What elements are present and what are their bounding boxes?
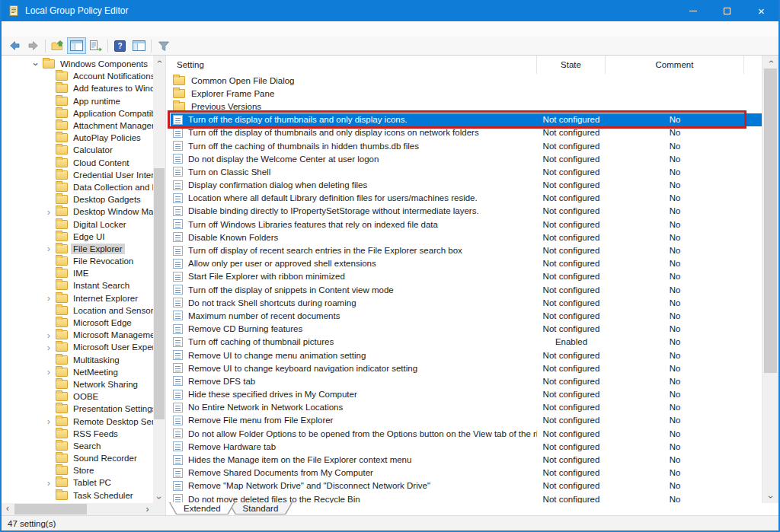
scroll-left-icon[interactable] [2, 503, 13, 515]
tree-item[interactable]: IME [2, 267, 153, 279]
list-vertical-scrollbar[interactable] [762, 56, 778, 503]
tree-item[interactable]: Windows Components [2, 58, 153, 70]
chevron-icon[interactable] [43, 330, 54, 341]
settings-row[interactable]: Turn off display of recent search entrie… [171, 244, 762, 256]
tree-item[interactable]: App runtime [2, 95, 153, 107]
settings-row[interactable]: Remove CD Burning features Not configure… [171, 323, 762, 336]
settings-row[interactable]: Common Open File Dialog [171, 74, 762, 87]
tree-item[interactable]: RSS Feeds [2, 428, 153, 440]
chevron-icon[interactable] [43, 206, 54, 218]
menu-item[interactable] [19, 27, 33, 30]
scroll-right-icon[interactable] [142, 503, 153, 515]
forward-button[interactable] [24, 37, 43, 54]
tree-scrollbar-thumb[interactable] [154, 168, 165, 419]
tree-item[interactable]: File Explorer [2, 243, 153, 255]
close-button[interactable]: × [744, 0, 778, 21]
tree-item[interactable]: Microsoft Edge [2, 317, 153, 329]
back-button[interactable] [5, 37, 24, 54]
settings-row[interactable]: Display confirmation dialog when deletin… [171, 179, 762, 192]
tree-vertical-scrollbar[interactable] [153, 56, 165, 503]
settings-row[interactable]: Remove Hardware tab Not configured No [171, 440, 762, 453]
settings-row[interactable]: Location where all default Library defin… [171, 192, 762, 205]
settings-row[interactable]: Explorer Frame Pane [171, 87, 762, 100]
chevron-icon[interactable] [43, 243, 54, 254]
settings-row[interactable]: Remove File menu from File Explorer Not … [171, 414, 762, 427]
tree-item[interactable]: Account Notifications [2, 70, 153, 82]
settings-row[interactable]: Turn off caching of thumbnail pictures E… [171, 336, 762, 349]
tree-item[interactable]: Credential User Interfa [2, 169, 153, 181]
export-list-button[interactable] [86, 37, 105, 54]
settings-row[interactable]: Do not allow Folder Options to be opened… [171, 427, 762, 440]
show-console-tree-button[interactable] [67, 37, 86, 54]
chevron-icon[interactable] [43, 416, 54, 427]
settings-row[interactable]: Disable Known Folders Not configured No [171, 231, 762, 244]
menu-item[interactable] [5, 27, 19, 30]
settings-row[interactable]: Turn off the caching of thumbnails in hi… [171, 139, 762, 152]
tree-horizontal-scrollbar[interactable] [2, 503, 153, 515]
settings-row[interactable]: Hides the Manage item on the File Explor… [171, 453, 762, 466]
tree-item[interactable]: Data Collection and Pr [2, 181, 153, 193]
settings-row[interactable]: Remove UI to change menu animation setti… [171, 349, 762, 362]
menu-item[interactable] [46, 27, 60, 30]
settings-row[interactable]: Disable binding directly to IPropertySet… [171, 205, 762, 218]
chevron-icon[interactable] [43, 342, 54, 353]
column-header-setting[interactable]: Setting [171, 56, 537, 74]
tree-item[interactable]: Location and Sensors [2, 304, 153, 317]
settings-row[interactable]: Turn off the display of thumbnails and o… [171, 113, 762, 126]
new-window-button[interactable] [129, 37, 149, 54]
tree-item[interactable]: NetMeeting [2, 366, 153, 378]
settings-row[interactable]: Turn off Windows Libraries features that… [171, 218, 762, 231]
tree-item[interactable]: Edge UI [2, 231, 153, 243]
list-scrollbar-thumb[interactable] [764, 68, 777, 373]
settings-row[interactable]: Turn off the display of snippets in Cont… [171, 283, 762, 296]
settings-row[interactable]: Start File Explorer with ribbon minimize… [171, 270, 762, 283]
settings-row[interactable]: Remove "Map Network Drive" and "Disconne… [171, 479, 762, 492]
settings-row[interactable]: Remove Shared Documents from My Computer… [171, 467, 762, 479]
filter-button[interactable] [154, 37, 173, 54]
tree-item[interactable]: Microsoft Managemen [2, 329, 153, 341]
menu-item[interactable] [33, 27, 46, 30]
scroll-up-icon[interactable] [762, 56, 778, 68]
tree-item[interactable]: Instant Search [2, 279, 153, 291]
tree-item[interactable]: Cloud Content [2, 157, 153, 169]
settings-row[interactable]: Turn off the display of thumbnails and o… [171, 126, 762, 139]
up-one-level-button[interactable] [48, 37, 67, 54]
tree-item[interactable]: Attachment Manager [2, 119, 153, 132]
tree-item[interactable]: Sound Recorder [2, 452, 153, 464]
tree-item[interactable]: Desktop Window Man [2, 205, 153, 218]
settings-row[interactable]: Do not move deleted files to the Recycle… [171, 492, 762, 503]
settings-row[interactable]: Remove UI to change keyboard navigation … [171, 362, 762, 374]
view-tab[interactable]: Standard [229, 502, 293, 514]
tree-item[interactable]: Presentation Settings [2, 403, 153, 415]
tree-item[interactable]: Microsoft User Experie [2, 341, 153, 353]
tree-item[interactable]: Application Compatib [2, 107, 153, 119]
minimize-button[interactable] [676, 0, 710, 21]
tree-item[interactable]: Search [2, 440, 153, 452]
tree-hscrollbar-thumb[interactable] [14, 504, 87, 514]
settings-row[interactable]: Allow only per user or approved shell ex… [171, 257, 762, 270]
settings-row[interactable]: Hide these specified drives in My Comput… [171, 388, 762, 401]
chevron-icon[interactable] [43, 366, 54, 377]
tree-item[interactable]: File Revocation [2, 255, 153, 267]
settings-row[interactable]: Do not display the Welcome Center at use… [171, 152, 762, 165]
chevron-icon[interactable] [30, 59, 41, 70]
tree-item[interactable]: Tablet PC [2, 476, 153, 489]
settings-row[interactable]: No Entire Network in Network Locations N… [171, 401, 762, 414]
scroll-up-icon[interactable] [153, 56, 165, 67]
tree-item[interactable]: AutoPlay Policies [2, 132, 153, 144]
column-header-comment[interactable]: Comment [606, 56, 744, 74]
settings-row[interactable]: Remove DFS tab Not configured No [171, 374, 762, 387]
maximize-button[interactable] [710, 0, 744, 21]
tree-item[interactable]: Internet Explorer [2, 292, 153, 304]
tree-item[interactable]: Store [2, 464, 153, 476]
settings-row[interactable]: Turn on Classic Shell Not configured No [171, 165, 762, 178]
column-header-state[interactable]: State [537, 56, 606, 74]
tree-item[interactable]: Task Scheduler [2, 489, 153, 502]
settings-row[interactable]: Do not track Shell shortcuts during roam… [171, 296, 762, 309]
tree-item[interactable]: Calculator [2, 144, 153, 156]
tree-item[interactable]: Desktop Gadgets [2, 193, 153, 205]
tree-item[interactable]: OOBE [2, 390, 153, 403]
view-tab[interactable]: Extended [169, 502, 235, 514]
settings-row[interactable]: Maximum number of recent documents Not c… [171, 309, 762, 322]
tree-item[interactable]: Network Sharing [2, 378, 153, 390]
